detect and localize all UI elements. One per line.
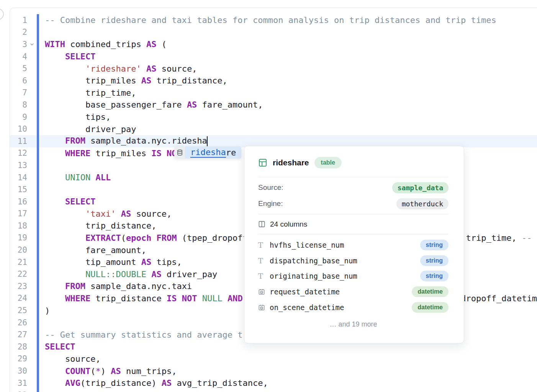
- code-line-29[interactable]: 29 source,: [10, 353, 537, 365]
- code-line-30[interactable]: 30 COUNT(*) AS num_trips,: [10, 365, 537, 377]
- line-number[interactable]: 31: [10, 379, 27, 388]
- string-type-icon: T: [258, 272, 270, 280]
- change-indicator-bar: [37, 159, 39, 172]
- column-type-badge: string: [420, 240, 449, 250]
- line-number[interactable]: 9: [10, 113, 27, 122]
- line-number[interactable]: 29: [10, 354, 27, 363]
- column-name: request_datetime: [270, 287, 412, 296]
- table-icon: [258, 158, 267, 167]
- code-text: NULL::DOUBLE AS driver_pay: [39, 270, 217, 279]
- line-number[interactable]: 4: [10, 52, 27, 61]
- column-type-badge: string: [420, 271, 449, 281]
- line-number[interactable]: 15: [10, 185, 27, 194]
- line-number[interactable]: 22: [10, 270, 27, 279]
- code-text: SELECT: [39, 197, 95, 206]
- line-number[interactable]: 3: [10, 40, 27, 49]
- fold-chevron-down-icon[interactable]: [27, 42, 37, 47]
- line-number[interactable]: 25: [10, 306, 27, 315]
- column-row: Tdispatching_base_numstring: [258, 253, 449, 269]
- line-number[interactable]: 13: [10, 161, 27, 170]
- column-type-badge: datetime: [412, 286, 449, 297]
- code-text: trip_miles AS trip_distance,: [39, 76, 228, 85]
- autocomplete-item-rideshare[interactable]: rideshare: [185, 147, 241, 158]
- line-number[interactable]: 5: [10, 64, 27, 73]
- column-name: on_scene_datetime: [270, 303, 412, 312]
- line-number[interactable]: 23: [10, 282, 27, 291]
- database-icon: [174, 147, 185, 158]
- column-type-badge: datetime: [412, 302, 449, 313]
- line-number[interactable]: 12: [10, 149, 27, 158]
- autocomplete-rest-text: re: [226, 148, 236, 157]
- code-line-9[interactable]: 9 tips,: [10, 111, 537, 123]
- column-name: originating_base_num: [270, 272, 420, 280]
- code-line-4[interactable]: 4 SELECT: [10, 51, 537, 63]
- code-line-32[interactable]: 32 AVG(trip_time) AS avg_trip_time,: [10, 389, 537, 392]
- line-number[interactable]: 24: [10, 294, 27, 303]
- code-line-5[interactable]: 5 'rideshare' AS source,: [10, 62, 537, 75]
- line-number[interactable]: 16: [10, 197, 27, 206]
- datetime-type-icon: [258, 288, 270, 295]
- string-type-icon: T: [258, 241, 270, 249]
- line-number[interactable]: 26: [10, 318, 27, 327]
- column-row: Thvfhs_license_numstring: [258, 237, 449, 253]
- code-line-7[interactable]: 7 trip_time,: [10, 87, 537, 99]
- divider: [258, 177, 449, 177]
- column-name: dispatching_base_num: [270, 256, 420, 265]
- info-label: Engine:: [258, 199, 283, 208]
- line-number[interactable]: 27: [10, 330, 27, 339]
- table-info-card: rideshare table Source:sample_dataEngine…: [244, 146, 464, 343]
- column-name: hvfhs_license_num: [270, 241, 420, 249]
- datetime-type-icon: [258, 304, 270, 311]
- line-number[interactable]: 19: [10, 233, 27, 242]
- info-row: Source:sample_data: [258, 180, 449, 196]
- code-line-31[interactable]: 31 AVG(trip_distance) AS avg_trip_distan…: [10, 377, 537, 389]
- line-number[interactable]: 18: [10, 221, 27, 230]
- column-row: on_scene_datetimedatetime: [258, 299, 449, 315]
- code-line-6[interactable]: 6 trip_miles AS trip_distance,: [10, 75, 537, 87]
- code-text: base_passenger_fare AS fare_amount,: [39, 100, 263, 109]
- line-number[interactable]: 32: [10, 390, 27, 392]
- text-cursor: [207, 136, 208, 146]
- code-text: tip_amount AS tips,: [39, 257, 182, 267]
- line-number[interactable]: 30: [10, 366, 27, 376]
- code-text: fare_amount,: [39, 245, 146, 255]
- code-line-11[interactable]: 11 FROM sample_data.nyc.ridesha: [10, 135, 537, 147]
- code-line-10[interactable]: 10 driver_pay: [10, 123, 537, 135]
- code-text: trip_distance,: [39, 221, 156, 230]
- line-number[interactable]: 20: [10, 245, 27, 255]
- line-number[interactable]: 1: [10, 16, 27, 25]
- column-type-badge: string: [420, 255, 449, 266]
- info-value-badge: sample_data: [392, 182, 449, 193]
- code-text: SELECT: [39, 342, 75, 351]
- code-text: 'taxi' AS source,: [39, 209, 172, 219]
- code-line-2[interactable]: 2: [10, 26, 537, 39]
- info-row: Engine:motherduck: [258, 196, 449, 212]
- collapsed-sidebar-toggle[interactable]: [0, 8, 4, 20]
- change-indicator-bar: [37, 26, 39, 39]
- line-number[interactable]: 21: [10, 258, 27, 267]
- change-indicator-bar: [37, 183, 39, 196]
- line-number[interactable]: 6: [10, 76, 27, 85]
- line-number[interactable]: 10: [10, 124, 27, 134]
- code-text: FROM sample_data.nyc.taxi: [39, 281, 192, 291]
- change-indicator-bar: [37, 317, 39, 329]
- code-text: AVG(trip_time) AS avg_trip_time,: [39, 390, 228, 392]
- code-text: source,: [39, 354, 101, 364]
- column-row: request_datetimedatetime: [258, 284, 449, 300]
- more-columns-text: … and 19 more: [258, 320, 449, 328]
- line-number[interactable]: 17: [10, 209, 27, 218]
- line-number[interactable]: 8: [10, 100, 27, 109]
- code-line-8[interactable]: 8 base_passenger_fare AS fare_amount,: [10, 99, 537, 111]
- code-text: ): [39, 306, 50, 315]
- line-number[interactable]: 2: [10, 28, 27, 37]
- code-line-3[interactable]: 3WITH combined_trips AS (: [10, 38, 537, 51]
- line-number[interactable]: 28: [10, 342, 27, 351]
- line-number[interactable]: 11: [10, 137, 27, 146]
- column-row: Toriginating_base_numstring: [258, 268, 449, 284]
- line-number[interactable]: 14: [10, 173, 27, 182]
- string-type-icon: T: [258, 256, 270, 265]
- columns-icon: [258, 220, 265, 228]
- code-text: -- Combine rideshare and taxi tables for…: [39, 15, 496, 25]
- code-line-1[interactable]: 1-- Combine rideshare and taxi tables fo…: [10, 14, 537, 26]
- line-number[interactable]: 7: [10, 88, 27, 97]
